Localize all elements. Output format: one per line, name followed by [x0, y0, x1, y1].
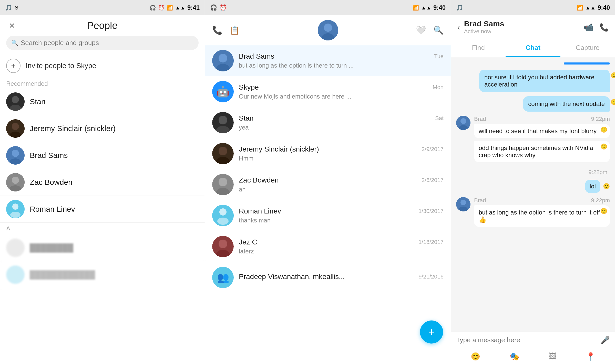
reaction-nvidia[interactable]: 🙂 [600, 143, 607, 150]
wifi-icon-3: 📶 [577, 5, 583, 11]
contact-item-blurred-1[interactable]: ████████ [0, 234, 205, 261]
chat-item-pradeep[interactable]: 👥 Pradeep Viswanathan, mkeallis... 9/21/… [205, 262, 451, 293]
avatar-blurred-2 [6, 265, 25, 284]
contacts-icon[interactable]: 📋 [230, 25, 240, 35]
invite-row[interactable]: + Invite people to Skype [0, 54, 205, 78]
chat-preview-jeremy: Hmm [239, 155, 444, 162]
message-input[interactable] [456, 336, 597, 344]
msg-sent-lol: lol [585, 180, 600, 193]
chat-name-row-jezc: Jez C 1/18/2017 [239, 238, 444, 246]
location-toolbar-icon[interactable]: 📍 [586, 352, 595, 361]
chat-preview-brad: but as long as the option is there to tu… [239, 62, 444, 69]
msg-text-hardware: not sure if I told you but added hardwar… [484, 74, 594, 88]
reaction-lol[interactable]: 🙂 [603, 183, 610, 190]
image-toolbar-icon[interactable]: 🖼 [549, 352, 556, 361]
chat-avatar-pradeep: 👥 [212, 267, 234, 288]
chatlist-header: 📞 📋 🤍 🔍 [205, 15, 451, 45]
chat-name-jezc: Jez C [239, 238, 257, 246]
svg-point-13 [12, 204, 18, 210]
chat-info-jezc: Jez C 1/18/2017 laterz [239, 238, 444, 255]
chat-name-row-roman: Roman Linev 1/30/2017 [239, 207, 444, 215]
chat-time-pradeep: 9/21/2016 [418, 273, 444, 280]
chat-avatar-jezc [212, 236, 234, 257]
brad-sender-2: Brad [474, 197, 486, 204]
brad-avatar-msg-1 [456, 116, 470, 130]
chat-avatar-roman [212, 205, 234, 226]
msg-text-nvidia: odd things happen sometimes with NVidia … [479, 144, 593, 158]
contact-item-blurred-2[interactable]: ████████████ [0, 261, 205, 288]
contact-item-jeremy[interactable]: Jeremy Sinclair (snickler) [0, 115, 205, 142]
signal-icon: ▲▲ [175, 5, 185, 11]
chat-name-row-brad: Brad Sams Tue [239, 52, 444, 60]
back-button[interactable]: ‹ [457, 23, 460, 32]
search-icon-chat[interactable]: 🔍 [433, 25, 444, 35]
tab-find[interactable]: Find [451, 39, 506, 57]
user-avatar-center[interactable] [318, 20, 338, 40]
avatar-roman [6, 200, 25, 218]
contact-name-zac: Zac Bowden [30, 178, 73, 187]
chat-time-stan: Sat [435, 115, 444, 122]
chat-avatar-stan [212, 112, 234, 133]
chat-item-brad[interactable]: Brad Sams Tue but as long as the option … [205, 45, 451, 76]
reaction-icon-2[interactable]: 🙂 [611, 99, 615, 105]
tab-chat[interactable]: Chat [506, 39, 560, 57]
chat-info-stan: Stan Sat yea [239, 114, 444, 131]
blue-indicator-bar [564, 62, 610, 65]
avatar-brad [6, 146, 25, 165]
chat-info-pradeep: Pradeep Viswanathan, mkeallis... 9/21/20… [239, 273, 444, 282]
chat-preview-skype: Our new Mojis and emoticons are here ... [239, 93, 444, 100]
chat-time-zac: 2/6/2017 [422, 177, 444, 184]
wifi-icon: 📶 [167, 5, 173, 11]
time-label-922: 9:22pm [589, 169, 607, 176]
contact-item-zac[interactable]: Zac Bowden [0, 169, 205, 196]
svg-point-1 [12, 96, 19, 103]
search-input[interactable] [21, 39, 193, 47]
close-button[interactable]: ✕ [6, 20, 17, 31]
chat-time-jeremy: 2/9/2017 [422, 146, 444, 153]
msg-sent-update: coming with the next update 🙂 [523, 96, 610, 112]
invite-label: Invite people to Skype [26, 62, 96, 70]
mic-icon[interactable]: 🎤 [600, 336, 610, 345]
moji-toolbar-icon[interactable]: 🎭 [510, 352, 519, 361]
chat-name-row-skype: Skype Mon [239, 83, 444, 91]
chat-item-stan[interactable]: Stan Sat yea [205, 107, 451, 138]
chat-item-jeremy[interactable]: Jeremy Sinclair (snickler) 2/9/2017 Hmm [205, 138, 451, 169]
signal-icon-3: ▲▲ [585, 5, 596, 11]
chat-name-pradeep: Pradeep Viswanathan, mkeallis... [239, 273, 345, 281]
chat-preview-roman: thanks man [239, 217, 444, 224]
status-time-people: 9:41 [187, 4, 200, 11]
brad-msg-meta-2: Brad 9:22pm [474, 197, 610, 204]
contact-item-brad[interactable]: Brad Sams [0, 142, 205, 169]
chat-item-skype[interactable]: 🤖 Skype Mon Our new Mojis and emoticons … [205, 76, 451, 107]
wifi-icon-2: 📶 [413, 5, 419, 11]
people-title: People [23, 20, 182, 31]
call-icon[interactable]: 📞 [212, 25, 222, 35]
chat-item-roman[interactable]: Roman Linev 1/30/2017 thanks man [205, 200, 451, 231]
phone-icon[interactable]: 📞 [599, 23, 609, 32]
signal-icon-2: ▲▲ [421, 5, 431, 11]
reaction-icon-1[interactable]: 🙂 [611, 72, 615, 79]
chat-input-bar: 🎤 [451, 331, 615, 349]
svg-point-22 [219, 116, 227, 124]
fab-button[interactable]: + [420, 320, 443, 344]
search-bar[interactable]: 🔍 [6, 36, 199, 50]
headphone-icon: 🎧 [150, 5, 156, 11]
reaction-font[interactable]: 🙂 [600, 126, 607, 133]
chat-avatar-brad [212, 50, 234, 71]
brad-time-1: 9:22pm [591, 116, 610, 122]
contact-item-roman[interactable]: Roman Linev [0, 196, 205, 223]
reaction-option[interactable]: 🙂 [600, 208, 607, 215]
section-a-label: A [0, 223, 205, 234]
svg-point-34 [219, 240, 227, 248]
search-icon: 🔍 [11, 40, 18, 46]
tab-capture[interactable]: Capture [560, 39, 615, 57]
video-icon[interactable]: 📹 [584, 23, 593, 32]
chatlist-scroll[interactable]: Brad Sams Tue but as long as the option … [205, 45, 451, 293]
chat-name-row-stan: Stan Sat [239, 114, 444, 122]
people-header: ✕ People [0, 15, 205, 36]
emoji-toolbar-icon[interactable]: 😊 [471, 352, 480, 361]
heart-icon[interactable]: 🤍 [416, 25, 426, 35]
chat-item-jezc[interactable]: Jez C 1/18/2017 laterz [205, 231, 451, 262]
contact-item-stan[interactable]: Stan [0, 88, 205, 115]
chat-item-zac[interactable]: Zac Bowden 2/6/2017 ah [205, 169, 451, 200]
